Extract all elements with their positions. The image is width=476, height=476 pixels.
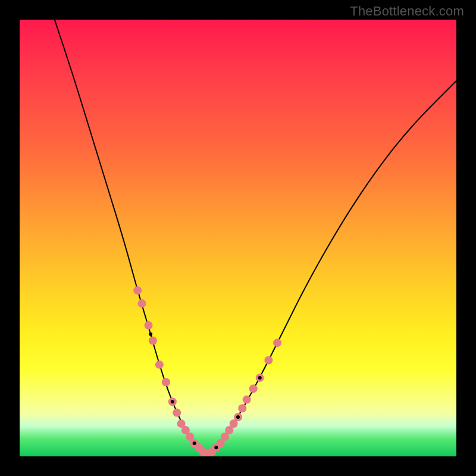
svg-point-32 xyxy=(236,415,240,419)
svg-point-22 xyxy=(238,404,246,412)
svg-point-7 xyxy=(173,409,181,417)
svg-point-28 xyxy=(149,332,152,336)
svg-point-30 xyxy=(193,441,196,445)
black-dots xyxy=(149,332,262,449)
svg-point-2 xyxy=(145,321,153,330)
highlight-dots-right xyxy=(199,339,281,456)
chart-svg xyxy=(20,20,456,456)
plot-area xyxy=(20,20,456,456)
svg-point-23 xyxy=(243,396,251,404)
svg-point-4 xyxy=(155,361,164,369)
svg-point-5 xyxy=(162,378,170,386)
svg-point-33 xyxy=(258,376,262,380)
svg-point-3 xyxy=(149,336,157,345)
svg-point-0 xyxy=(133,286,142,295)
svg-point-26 xyxy=(264,356,273,365)
svg-point-29 xyxy=(171,400,174,403)
svg-point-24 xyxy=(249,384,258,393)
watermark-text: TheBottleneck.com xyxy=(350,4,464,19)
chart-frame: TheBottleneck.com xyxy=(0,0,476,476)
svg-point-1 xyxy=(138,299,146,308)
svg-point-31 xyxy=(214,446,218,449)
svg-point-27 xyxy=(273,339,281,347)
